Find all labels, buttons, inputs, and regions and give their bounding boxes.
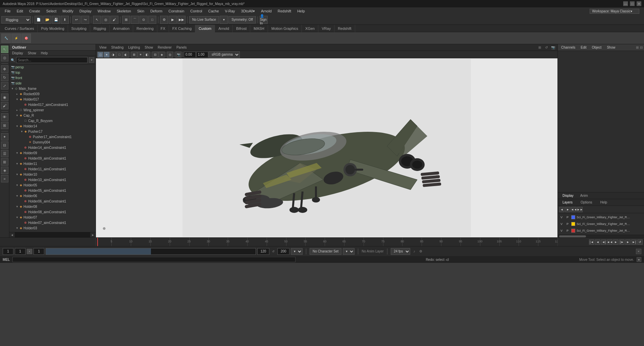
loop-icon[interactable]: ↺ xyxy=(271,249,276,254)
soft-mod-tool[interactable]: ◉ xyxy=(1,94,8,101)
snap-point-btn[interactable]: ⊙ xyxy=(140,16,148,24)
menu-arnold[interactable]: Arnold xyxy=(258,8,274,14)
shelf-tab-motiongraphics[interactable]: Motion Graphics xyxy=(268,25,302,32)
render-all-btn[interactable]: ▶▶ xyxy=(177,16,185,24)
lasso-btn[interactable]: ◎ xyxy=(102,16,110,24)
viewport-show-menu[interactable]: Show xyxy=(143,45,155,50)
mel-label[interactable]: MEL xyxy=(3,258,10,262)
outliner-help-menu[interactable]: Help xyxy=(39,51,50,55)
viewport-panels-menu[interactable]: Panels xyxy=(174,45,189,50)
shelf-tab-custom[interactable]: Custom xyxy=(195,25,215,32)
texture-btn[interactable]: ⊞ xyxy=(131,52,137,58)
workspace-selector[interactable]: Workspace: Maya Classic▾ xyxy=(590,9,639,14)
undo-btn[interactable]: ↩ xyxy=(72,16,80,24)
close-button[interactable]: ✕ xyxy=(637,1,641,6)
outliner-pusher17[interactable]: ▼ ◈ Pusher17 xyxy=(9,129,96,134)
attr-tool[interactable]: ⊞ xyxy=(1,158,8,166)
character-set-btn[interactable]: No Character Set xyxy=(310,248,341,255)
outliner-holder11-aim[interactable]: ⊕ Holder11_aimConstraint1 xyxy=(9,166,96,172)
menu-cache[interactable]: Cache xyxy=(206,8,222,14)
viewport-view-menu[interactable]: View xyxy=(97,45,109,50)
viewport-shading-menu[interactable]: Shading xyxy=(109,45,126,50)
outliner-tool[interactable]: ☰ xyxy=(1,150,8,157)
sign-in-btn[interactable]: 👤 Sign In xyxy=(260,16,268,24)
shelf-icon-2[interactable]: ⚡ xyxy=(11,34,21,43)
render-settings-btn[interactable]: ⚙ xyxy=(160,16,168,24)
outliner-holder05[interactable]: ▼ ◈ Holder05 xyxy=(9,182,96,188)
menu-file[interactable]: File xyxy=(2,8,13,14)
shelf-icon-3[interactable]: 🎯 xyxy=(21,34,31,43)
default-mat-btn[interactable]: ◐ xyxy=(123,52,129,58)
shelf-tab-fxcaching[interactable]: FX Caching xyxy=(169,25,195,32)
layer-name-3[interactable]: Sci_Fi_Green_Military_Fighter_Jet_Rigged… xyxy=(577,229,630,232)
layer-p3[interactable]: P xyxy=(565,229,570,232)
layer-color-1[interactable] xyxy=(571,215,575,219)
mode-dropdown[interactable]: Rigging xyxy=(1,16,31,23)
shelf-icon-1[interactable]: 🔧 xyxy=(1,34,11,43)
snap-curve-btn[interactable]: ⌒ xyxy=(131,16,139,24)
snap-grid-btn[interactable]: ⊞ xyxy=(122,16,130,24)
grid-btn[interactable]: ⊟ xyxy=(152,52,158,58)
new-file-btn[interactable]: 📄 xyxy=(35,16,43,24)
right-panel-scrollbar[interactable] xyxy=(559,235,586,237)
shelf-tab-rigging[interactable]: Rigging xyxy=(90,25,110,32)
layer-prev-btn[interactable]: ◄ xyxy=(559,207,565,212)
outliner-front[interactable]: 📷 front xyxy=(9,75,96,80)
move-tool[interactable]: ✥ xyxy=(1,65,8,73)
shelf-tab-redshift[interactable]: Redshift xyxy=(334,25,355,32)
use-lights-btn[interactable]: ☀ xyxy=(138,52,144,58)
outliner-holder017[interactable]: ▼ ◈ Holder017 xyxy=(9,97,96,102)
snap-surface-btn[interactable]: □ xyxy=(148,16,156,24)
show-btn[interactable]: Show xyxy=(605,45,617,50)
menu-select[interactable]: Select xyxy=(44,8,59,14)
command-input[interactable] xyxy=(12,257,296,262)
outliner-holder10-aim[interactable]: ⊕ Holder10_aimConstraint1 xyxy=(9,177,96,182)
paint-tool[interactable]: 🖌 xyxy=(1,102,8,109)
display-tab[interactable]: Display xyxy=(559,193,577,198)
menu-skin[interactable]: Skin xyxy=(135,8,147,14)
audio-icon[interactable]: ♪ xyxy=(412,249,417,254)
scale-tool[interactable]: ⤢ xyxy=(1,82,8,90)
title-bar-controls[interactable]: — □ ✕ xyxy=(623,1,641,6)
outliner-rocket009[interactable]: ▸ ◈ Rocket009 xyxy=(9,91,96,97)
outliner-persp[interactable]: 📷 persp xyxy=(9,64,96,70)
menu-display[interactable]: Display xyxy=(77,8,94,14)
next-frame-btn[interactable]: ► xyxy=(625,239,631,245)
menu-3dtoall[interactable]: 3DtoAll▾ xyxy=(238,8,258,14)
settings-icon[interactable]: ⚙ xyxy=(418,249,424,254)
shelf-tab-xgen[interactable]: XGen xyxy=(302,25,318,32)
script-editor-tool[interactable]: » xyxy=(1,175,8,182)
help-subtab[interactable]: Help xyxy=(597,200,610,205)
viewport-canvas[interactable]: ⊕ xyxy=(96,58,557,237)
shelf-tab-bifrost[interactable]: Bifrost xyxy=(233,25,250,32)
play-forward-btn[interactable]: ► xyxy=(613,239,619,245)
help-icon[interactable]: ✕ xyxy=(636,249,641,254)
menu-redshift[interactable]: Redshift xyxy=(275,8,294,14)
shelf-tab-animation[interactable]: Animation xyxy=(110,25,133,32)
outliner-holder07-aim[interactable]: ⊕ Holder07_aimConstraint1 xyxy=(9,220,96,225)
viewport-lighting-menu[interactable]: Lighting xyxy=(126,45,142,50)
gamma-dropdown[interactable]: sRGB gamma xyxy=(209,51,240,58)
cameras-btn[interactable]: 📷 xyxy=(175,52,181,58)
play-back-btn[interactable]: ◄◄ xyxy=(607,239,612,245)
select-tool[interactable]: ↖ xyxy=(1,46,8,53)
outliner-holder06-aim[interactable]: ⊕ Holder06_aimConstraint1 xyxy=(9,198,96,204)
viewport-renderer-menu[interactable]: Renderer xyxy=(156,45,174,50)
save-file-btn[interactable]: 💾 xyxy=(52,16,60,24)
menu-create[interactable]: Create xyxy=(26,8,43,14)
layer-v2[interactable]: V xyxy=(559,222,564,226)
outliner-dummy004[interactable]: ✕ Dummy004 xyxy=(9,139,96,145)
channels-btn[interactable]: Channels xyxy=(559,45,577,50)
shelf-tab-vray[interactable]: VRay xyxy=(318,25,334,32)
menu-window[interactable]: Window xyxy=(95,8,113,14)
layer-next2-btn[interactable]: ►► xyxy=(577,207,583,212)
goto-end-btn[interactable]: ►| xyxy=(631,239,637,245)
outliner-holder10[interactable]: ▼ ◈ Holder10 xyxy=(9,172,96,177)
select-tool-btn[interactable]: ↖ xyxy=(93,16,101,24)
outliner-holder06[interactable]: ▼ ◈ Holder06 xyxy=(9,193,96,198)
layer-p2[interactable]: P xyxy=(565,222,570,226)
goto-start-btn[interactable]: |◄ xyxy=(589,239,594,245)
outliner-holder08-aim[interactable]: ⊕ Holder08_aimConstraint1 xyxy=(9,209,96,215)
node-tool[interactable]: ◈ xyxy=(1,167,8,174)
shelf-tab-mash[interactable]: MASH xyxy=(250,25,268,32)
